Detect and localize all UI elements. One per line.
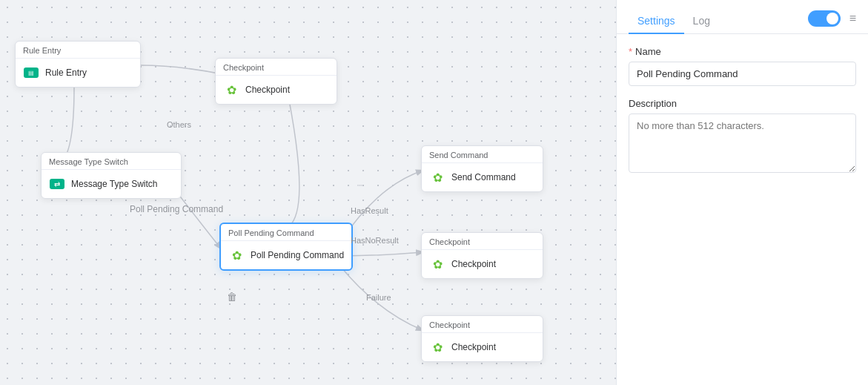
- checkpoint-bot-icon: ✿: [429, 339, 445, 355]
- node-checkpoint-mid[interactable]: Checkpoint ✿ Checkpoint: [421, 232, 543, 279]
- node-message-switch-title: Message Type Switch: [42, 153, 181, 170]
- node-checkpoint-bot[interactable]: Checkpoint ✿ Checkpoint: [421, 315, 543, 362]
- field-group-description: Description: [629, 98, 856, 175]
- node-rule-entry-title: Rule Entry: [16, 42, 140, 59]
- tab-settings[interactable]: Settings: [629, 9, 684, 34]
- description-textarea[interactable]: [629, 113, 856, 173]
- field-label-description: Description: [629, 98, 856, 109]
- node-checkpoint-top-label: Checkpoint: [245, 85, 290, 95]
- node-poll-pending[interactable]: Poll Pending Command ✿ Poll Pending Comm…: [219, 223, 353, 271]
- field-label-name: *Name: [629, 46, 856, 57]
- canvas-label-poll-pending: Poll Pending Command: [130, 204, 223, 214]
- rule-entry-icon: ▤: [23, 65, 39, 81]
- node-send-command[interactable]: Send Command ✿ Send Command: [421, 145, 543, 192]
- required-asterisk: *: [629, 46, 632, 57]
- message-switch-icon: ⇄: [49, 176, 65, 192]
- right-panel: Settings Log ≡ *Name Description: [616, 0, 868, 385]
- toggle-active[interactable]: [808, 10, 841, 27]
- edge-label-has-result: HasResult: [351, 206, 388, 215]
- menu-icon[interactable]: ≡: [849, 12, 856, 25]
- name-input[interactable]: [629, 62, 856, 86]
- node-rule-entry-label: Rule Entry: [45, 68, 87, 78]
- edge-label-has-no-result: HasNoResult: [351, 236, 399, 245]
- node-message-type-switch[interactable]: Message Type Switch ⇄ Message Type Switc…: [41, 152, 182, 199]
- field-group-name: *Name: [629, 46, 856, 86]
- node-message-switch-label: Message Type Switch: [71, 179, 158, 189]
- poll-pending-icon: ✿: [228, 247, 245, 263]
- edge-label-failure: Failure: [366, 293, 391, 302]
- panel-header: Settings Log ≡: [617, 0, 868, 34]
- checkpoint-top-icon: ✿: [223, 82, 239, 98]
- send-command-icon: ✿: [429, 169, 445, 185]
- panel-resize-handle[interactable]: ⁞: [355, 184, 365, 188]
- panel-body: *Name Description: [617, 34, 868, 385]
- node-rule-entry[interactable]: Rule Entry ▤ Rule Entry: [15, 41, 141, 88]
- node-checkpoint-bot-label: Checkpoint: [451, 342, 496, 352]
- edge-label-others: Others: [167, 120, 191, 129]
- node-checkpoint-bot-title: Checkpoint: [422, 316, 543, 333]
- node-checkpoint-mid-label: Checkpoint: [451, 259, 496, 269]
- node-checkpoint-top[interactable]: Checkpoint ✿ Checkpoint: [215, 58, 337, 105]
- checkpoint-mid-icon: ✿: [429, 256, 445, 272]
- tab-log[interactable]: Log: [684, 9, 719, 34]
- node-poll-pending-title: Poll Pending Command: [221, 224, 351, 241]
- node-send-command-label: Send Command: [451, 172, 516, 182]
- delete-node-button[interactable]: 🗑: [227, 291, 237, 303]
- node-poll-pending-label: Poll Pending Command: [251, 250, 344, 260]
- node-send-command-title: Send Command: [422, 146, 543, 163]
- canvas-area[interactable]: Rule Entry ▤ Rule Entry Checkpoint ✿ Che…: [0, 0, 616, 385]
- node-checkpoint-mid-title: Checkpoint: [422, 233, 543, 250]
- node-checkpoint-top-title: Checkpoint: [216, 59, 337, 76]
- panel-header-controls: ≡: [808, 10, 856, 33]
